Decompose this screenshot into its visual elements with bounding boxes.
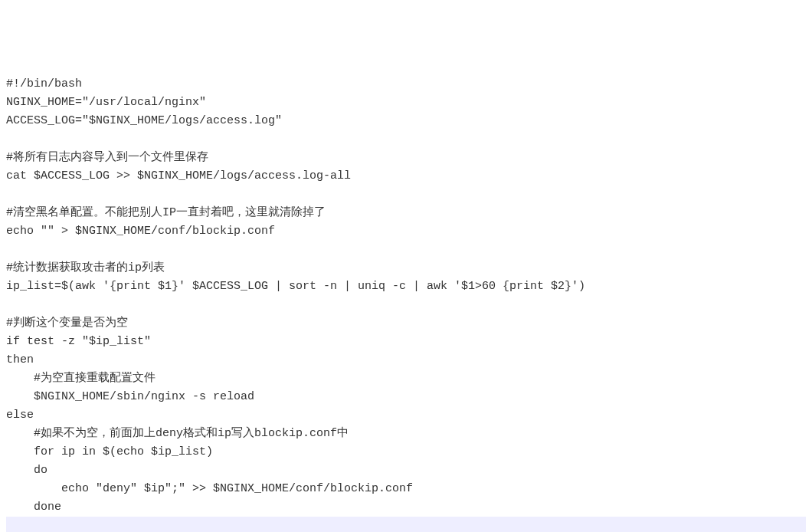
code-line <box>6 186 806 204</box>
code-line: ACCESS_LOG="$NGINX_HOME/logs/access.log" <box>6 112 806 130</box>
code-line <box>6 517 806 532</box>
code-line: cat $ACCESS_LOG >> $NGINX_HOME/logs/acce… <box>6 167 806 186</box>
code-line: NGINX_HOME="/usr/local/nginx" <box>6 94 806 112</box>
code-line: else <box>6 406 806 425</box>
code-line: #统计数据获取攻击者的ip列表 <box>6 259 806 277</box>
code-line: echo "deny" $ip";" >> $NGINX_HOME/conf/b… <box>6 480 806 498</box>
code-line: #为空直接重载配置文件 <box>6 369 806 388</box>
code-block: #!/bin/bashNGINX_HOME="/usr/local/nginx"… <box>6 75 806 532</box>
code-line <box>6 130 806 149</box>
code-line: #判断这个变量是否为空 <box>6 314 806 333</box>
code-line: then <box>6 351 806 369</box>
code-line: if test -z "$ip_list" <box>6 333 806 351</box>
code-line <box>6 241 806 259</box>
code-line: ip_list=$(awk '{print $1}' $ACCESS_LOG |… <box>6 277 806 296</box>
code-line: $NGINX_HOME/sbin/nginx -s reload <box>6 388 806 406</box>
code-line: #清空黑名单配置。不能把别人IP一直封着吧，这里就清除掉了 <box>6 204 806 222</box>
code-line: echo "" > $NGINX_HOME/conf/blockip.conf <box>6 222 806 241</box>
code-line: do <box>6 461 806 480</box>
code-line: #如果不为空，前面加上deny格式和ip写入blockip.conf中 <box>6 425 806 443</box>
code-line <box>6 296 806 314</box>
code-line: #将所有日志内容导入到一个文件里保存 <box>6 149 806 167</box>
code-line: done <box>6 498 806 517</box>
code-line: for ip in $(echo $ip_list) <box>6 443 806 461</box>
code-line: #!/bin/bash <box>6 75 806 94</box>
